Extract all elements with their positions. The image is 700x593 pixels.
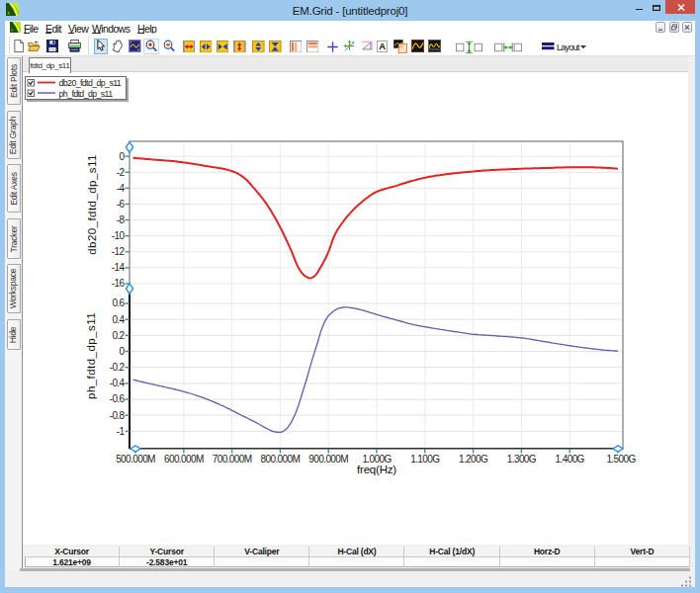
svg-text:1.200G: 1.200G — [459, 454, 488, 465]
svg-text:700.000M: 700.000M — [213, 454, 252, 465]
svg-text:-8: -8 — [117, 214, 126, 225]
svg-text:-10: -10 — [112, 230, 126, 241]
svg-text:0: 0 — [120, 151, 126, 162]
svg-text:600.000M: 600.000M — [164, 454, 204, 465]
svg-text:0.6: 0.6 — [112, 297, 125, 308]
svg-text:900.000M: 900.000M — [308, 454, 348, 465]
svg-text:db20_fdtd_dp_s11: db20_fdtd_dp_s11 — [86, 154, 98, 255]
svg-text:-2: -2 — [117, 167, 126, 178]
svg-text:0.2: 0.2 — [112, 330, 125, 341]
svg-text:-0.8: -0.8 — [110, 410, 126, 421]
svg-text:0.4: 0.4 — [112, 314, 125, 325]
svg-text:ph_fdtd_dp_s11: ph_fdtd_dp_s11 — [59, 89, 114, 99]
svg-text:-0.2: -0.2 — [110, 362, 126, 373]
svg-text:1.300G: 1.300G — [507, 454, 537, 465]
svg-text:1.500G: 1.500G — [606, 454, 636, 465]
svg-text:freq(Hz): freq(Hz) — [357, 464, 396, 475]
svg-text:-14: -14 — [112, 262, 126, 273]
svg-text:-0.6: -0.6 — [110, 393, 126, 404]
svg-text:-1: -1 — [117, 426, 126, 437]
svg-text:db20_fdtd_dp_s11: db20_fdtd_dp_s11 — [59, 78, 122, 88]
svg-text:-0.4: -0.4 — [110, 378, 126, 388]
svg-text:500.000M: 500.000M — [116, 454, 155, 465]
svg-text:-6: -6 — [117, 199, 126, 210]
svg-text:0: 0 — [120, 346, 126, 357]
svg-text:-16: -16 — [112, 278, 126, 289]
svg-text:ph_fdtd_dp_s11: ph_fdtd_dp_s11 — [85, 312, 97, 399]
svg-text:-12: -12 — [112, 246, 126, 257]
svg-text:800.000M: 800.000M — [261, 454, 301, 465]
svg-text:-4: -4 — [117, 183, 126, 194]
svg-text:1.100G: 1.100G — [410, 454, 440, 465]
svg-text:1.400G: 1.400G — [556, 454, 585, 465]
